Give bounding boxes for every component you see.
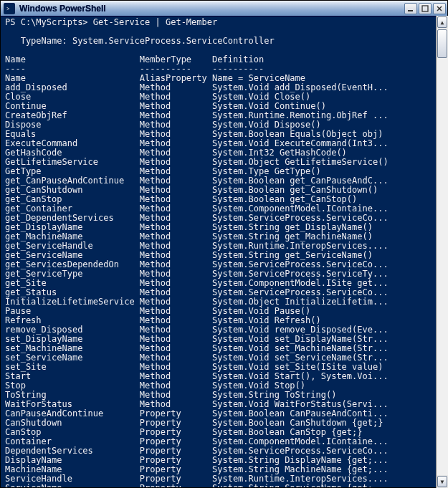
svg-rect-3 [422, 6, 428, 11]
svg-rect-2 [408, 10, 413, 11]
window-controls [404, 3, 446, 14]
window-title: Windows PowerShell [19, 4, 404, 14]
powershell-window: > Windows PowerShell PS C:\MyScripts> Ge… [0, 0, 448, 488]
scroll-down-button[interactable]: ▼ [437, 476, 447, 487]
console-output[interactable]: PS C:\MyScripts> Get-Service | Get-Membe… [1, 16, 447, 487]
maximize-button[interactable] [419, 3, 432, 14]
scroll-thumb[interactable] [437, 29, 447, 58]
scrollbar[interactable]: ▲ ▼ [436, 16, 448, 488]
minimize-button[interactable] [404, 3, 417, 14]
scroll-up-button[interactable]: ▲ [437, 16, 447, 28]
close-button[interactable] [433, 3, 446, 14]
powershell-icon: > [4, 3, 15, 14]
scroll-track[interactable] [437, 29, 448, 475]
titlebar[interactable]: > Windows PowerShell [1, 1, 447, 16]
svg-text:>: > [6, 6, 9, 12]
